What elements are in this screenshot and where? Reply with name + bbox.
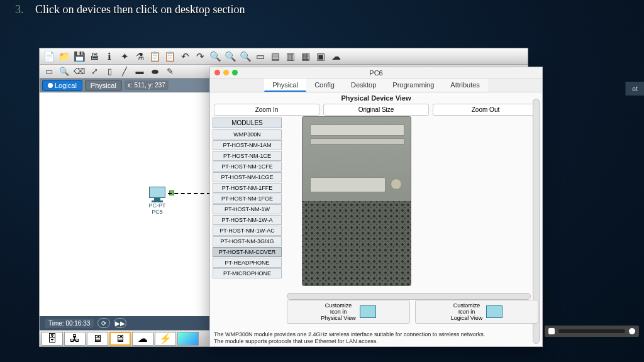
tab-config[interactable]: Config bbox=[306, 79, 343, 92]
grid-icon[interactable]: ▦ bbox=[300, 51, 311, 62]
drive-bay bbox=[310, 138, 404, 145]
power-cycle-icon[interactable]: ⟳ bbox=[97, 318, 110, 328]
paste-icon[interactable]: 📋 bbox=[164, 51, 175, 62]
pc-tower[interactable] bbox=[302, 116, 411, 286]
module-item[interactable]: PT-HOST-NM-1AM bbox=[213, 140, 282, 150]
tab-attributes[interactable]: Attributes bbox=[442, 79, 487, 92]
customize-logical-button[interactable]: Customize Icon in Logical View bbox=[415, 300, 538, 324]
delete-tag-icon[interactable]: ⌫ bbox=[74, 67, 85, 77]
zoom-in-icon[interactable]: 🔍 bbox=[209, 51, 221, 62]
rect-icon[interactable]: ▬ bbox=[134, 67, 145, 77]
original-size-button[interactable]: Original Size bbox=[323, 104, 429, 116]
tab-desktop[interactable]: Desktop bbox=[343, 79, 384, 92]
tab-physical[interactable]: Physical bbox=[264, 79, 306, 92]
horizontal-scrollbar[interactable] bbox=[287, 293, 531, 300]
sim-time: Time: 00:16:33 bbox=[45, 319, 94, 328]
front-grill bbox=[303, 201, 411, 285]
module-item[interactable]: PT-HOST-NM-3G/4G bbox=[213, 236, 282, 246]
cloud-icon[interactable]: ☁ bbox=[330, 51, 341, 62]
physical-label: Physical bbox=[91, 82, 116, 89]
slide-number: 3. bbox=[15, 3, 24, 16]
magnify-icon[interactable]: 🔍 bbox=[58, 67, 70, 77]
zoom-in-button[interactable]: Zoom In bbox=[214, 104, 319, 116]
cursor-coords: x: 511, y: 237 bbox=[125, 80, 169, 90]
device-tabs: Physical Config Desktop Programming Attr… bbox=[210, 79, 542, 92]
module-item[interactable]: PT-HOST-NM-1FFE bbox=[213, 183, 282, 193]
customize-physical-label: Customize Icon in Physical View bbox=[321, 302, 355, 321]
window-controls bbox=[210, 67, 542, 79]
modules-header: MODULES bbox=[213, 118, 282, 128]
wizard-icon[interactable]: ✦ bbox=[119, 51, 130, 62]
redo-icon[interactable]: ↷ bbox=[194, 51, 206, 62]
physical-view-button[interactable]: Physical bbox=[85, 80, 122, 91]
flask-icon[interactable]: ⚗ bbox=[134, 51, 145, 62]
notes-icon[interactable]: ▤ bbox=[270, 51, 281, 62]
physical-view-header: Physical Device View bbox=[210, 92, 542, 102]
power-button[interactable] bbox=[391, 178, 402, 190]
palette-cloud-icon[interactable]: ☁ bbox=[132, 332, 153, 346]
info-icon[interactable]: ℹ bbox=[104, 51, 115, 62]
note-icon[interactable]: ▯ bbox=[104, 67, 115, 77]
copy-icon[interactable]: 📋 bbox=[149, 51, 160, 62]
module-item[interactable]: PT-HOST-NM-1CE bbox=[213, 151, 282, 161]
tab-programming[interactable]: Programming bbox=[384, 79, 442, 92]
fast-forward-icon[interactable]: ▶▶ bbox=[114, 318, 126, 328]
customize-physical-button[interactable]: Customize Icon in Physical View bbox=[287, 300, 410, 324]
zoom-out-icon[interactable]: 🔍 bbox=[225, 51, 236, 62]
device-strip-stub bbox=[545, 326, 639, 337]
close-icon[interactable] bbox=[214, 70, 220, 75]
device-pc5[interactable]: PC-PT PC5 bbox=[148, 187, 167, 215]
new-file-icon[interactable]: 📄 bbox=[43, 51, 55, 62]
print-icon[interactable]: 🖶 bbox=[89, 51, 100, 62]
palette-connection-icon[interactable]: ⚡ bbox=[155, 332, 176, 346]
minimize-icon[interactable] bbox=[223, 70, 229, 75]
zoom-out-button[interactable]: Zoom Out bbox=[433, 104, 538, 116]
palette-router-icon[interactable]: 🗄 bbox=[42, 332, 63, 346]
logical-view-button[interactable]: Logical bbox=[42, 80, 82, 91]
undo-icon[interactable]: ↶ bbox=[179, 51, 191, 62]
customize-logical-label: Customize Icon in Logical View bbox=[451, 302, 482, 321]
line-icon[interactable]: ╱ bbox=[119, 67, 130, 77]
open-folder-icon[interactable]: 📁 bbox=[58, 51, 70, 62]
module-item[interactable]: PT-HOST-NM-1CFE bbox=[213, 162, 282, 172]
device-type-label: PC-PT bbox=[148, 202, 167, 209]
module-item[interactable]: PT-HOST-NM-1W-AC bbox=[213, 226, 282, 236]
optical-drive bbox=[310, 124, 404, 136]
root-right-stub: ot bbox=[625, 82, 644, 96]
main-toolbar: 📄 📁 💾 🖶 ℹ ✦ ⚗ 📋 📋 ↶ ↷ 🔍 🔍 🔍 ▭ ▤ ▥ ▦ ▣ ☁ bbox=[40, 48, 528, 65]
palette-hub-icon[interactable]: 🖥 bbox=[87, 332, 108, 346]
monitor-icon bbox=[360, 305, 376, 318]
zoom-reset-icon[interactable]: 🔍 bbox=[240, 51, 251, 62]
palette-misc-icon[interactable] bbox=[177, 332, 199, 346]
module-item[interactable]: PT-HOST-NM-1FGE bbox=[213, 194, 282, 204]
module-item[interactable]: PT-HOST-NM-1CGE bbox=[213, 172, 282, 182]
module-item[interactable]: PT-HOST-NM-1W-A bbox=[213, 215, 282, 225]
monitor-icon bbox=[486, 305, 502, 318]
device-config-window: PC6 Physical Config Desktop Programming … bbox=[209, 67, 543, 347]
freeform-icon[interactable]: ✎ bbox=[164, 67, 175, 77]
module-item[interactable]: PT-HOST-NM-1W bbox=[213, 204, 282, 214]
instruction-text: Click on devices then click on desktop s… bbox=[35, 3, 245, 16]
layout-icon[interactable]: ▣ bbox=[315, 51, 326, 62]
maximize-icon[interactable] bbox=[232, 70, 238, 75]
modules-panel: MODULES WMP300NPT-HOST-NM-1AMPT-HOST-NM-… bbox=[210, 116, 284, 346]
device-name-label: PC5 bbox=[148, 209, 167, 215]
palette-switch-icon[interactable]: 🖧 bbox=[64, 332, 86, 346]
module-item[interactable]: PT-MICROPHONE bbox=[213, 268, 282, 278]
module-item[interactable]: WMP300N bbox=[213, 129, 282, 140]
ellipse-icon[interactable]: ⬬ bbox=[149, 67, 160, 77]
resize-icon[interactable]: ⤢ bbox=[89, 67, 100, 77]
zoom-controls: Zoom In Original Size Zoom Out bbox=[210, 102, 542, 117]
module-item[interactable]: PT-HOST-NM-COVER bbox=[213, 247, 282, 257]
palette-icon[interactable]: ▭ bbox=[255, 51, 266, 62]
module-item[interactable]: PT-HEADPHONE bbox=[213, 258, 282, 268]
save-icon[interactable]: 💾 bbox=[74, 51, 85, 62]
logical-label: Logical bbox=[55, 82, 77, 89]
palette-enddevice-icon[interactable]: 🖥 bbox=[109, 332, 131, 346]
module-description: The WMP300N module provides one 2.4GHz w… bbox=[214, 331, 486, 346]
list-icon[interactable]: ▥ bbox=[285, 51, 296, 62]
front-panel bbox=[310, 177, 386, 192]
select-rect-icon[interactable]: ▭ bbox=[43, 67, 55, 77]
